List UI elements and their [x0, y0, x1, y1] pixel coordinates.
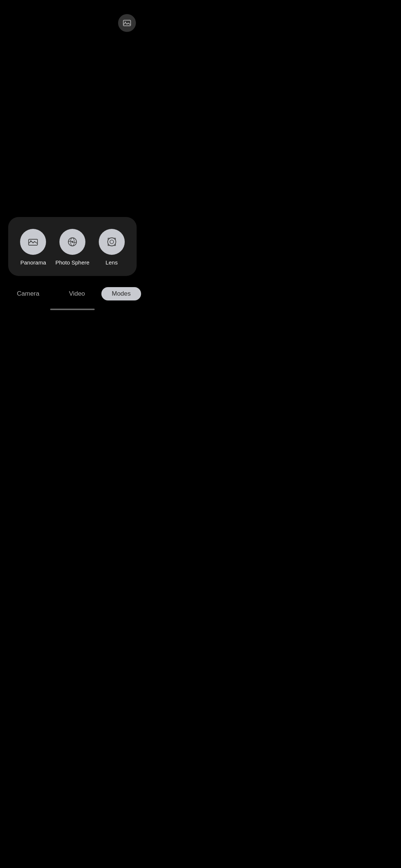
svg-rect-0 — [123, 20, 131, 26]
photo-sphere-icon — [66, 236, 78, 248]
nav-item-video[interactable]: Video — [52, 287, 101, 300]
lens-icon — [106, 236, 118, 248]
mode-item-lens[interactable]: Lens — [99, 229, 125, 266]
gallery-icon — [122, 18, 132, 28]
modes-panel: Panorama Photo Sphere Len — [8, 217, 137, 276]
lens-icon-circle — [99, 229, 125, 255]
home-indicator — [50, 309, 95, 310]
svg-point-1 — [125, 22, 126, 23]
mode-item-photo-sphere[interactable]: Photo Sphere — [55, 229, 89, 266]
panorama-icon-circle — [20, 229, 46, 255]
nav-video-label: Video — [69, 290, 85, 297]
panorama-label: Panorama — [20, 259, 46, 266]
nav-item-modes[interactable]: Modes — [101, 287, 141, 300]
svg-point-6 — [72, 241, 74, 243]
photo-sphere-icon-circle — [59, 229, 85, 255]
nav-modes-label: Modes — [112, 290, 131, 297]
mode-item-panorama[interactable]: Panorama — [20, 229, 46, 266]
gallery-button[interactable] — [118, 14, 136, 32]
photo-sphere-label: Photo Sphere — [55, 259, 89, 266]
nav-camera-label: Camera — [17, 290, 39, 297]
svg-point-8 — [110, 240, 114, 244]
svg-point-7 — [108, 238, 116, 246]
bottom-nav: Camera Video Modes — [0, 287, 145, 300]
nav-item-camera[interactable]: Camera — [4, 287, 52, 300]
svg-point-3 — [30, 240, 32, 242]
panorama-icon — [27, 236, 39, 248]
lens-label: Lens — [105, 259, 118, 266]
